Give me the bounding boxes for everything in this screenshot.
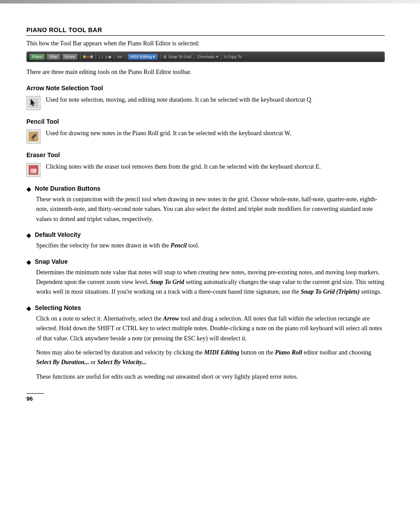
pencil-tool-icon [26,129,41,144]
toolbar-sep-6 [194,54,194,60]
page-number-area: 96 [26,393,44,402]
toolbar-sep-4 [125,54,125,60]
toolbar-64: 64 [118,55,122,59]
tool-row-pencil: Used for drawing new notes in the Piano … [26,129,385,144]
diamond-bullet-3: ◆ [26,258,31,266]
selecting-notes-p2: Notes may also be selected by duration a… [36,348,385,368]
bullet-note-duration: ◆ Note Duration Buttons These work in co… [26,185,385,224]
eraser-tool-icon [26,163,41,177]
bullet-heading-default-velocity: Default Velocity [35,231,81,238]
bullet-content-note-duration: These work in conjunction with the penci… [36,195,385,224]
toolbar-snap: ⊞ Snap To Grid [163,55,191,59]
bullet-content-default-velocity: Specifies the velocity for new notes dra… [36,241,385,251]
tool-heading-pencil: Pencil Tool [26,118,385,125]
svg-rect-9 [30,173,37,173]
toolbar-icon-2 [87,55,89,58]
arrow-tool-desc: Used for note selection, moving, and edi… [46,95,385,104]
bullet-heading-row-selecting-notes: ◆ Selecting Notes [26,304,385,312]
selecting-notes-p3: These functions are useful for edits suc… [36,372,385,382]
diamond-bullet-4: ◆ [26,305,31,312]
top-bar [0,0,420,4]
selecting-notes-paragraphs: Click on a note to select it. Alternativ… [36,314,385,382]
bullet-content-snap-value: Determines the minimum note value that n… [36,268,385,297]
eraser-icon-svg [29,165,38,175]
toolbar-sep-7 [221,54,221,60]
diamond-bullet-1: ◆ [26,185,31,193]
toolbar-sep-3 [114,54,115,60]
main-text: There are three main editing tools on th… [26,67,385,77]
arrow-icon-svg [29,98,38,108]
page-container: PIANO ROLL TOOL BAR This how the Tool Ba… [0,0,420,415]
toolbar-btn-score[interactable]: Score [62,54,78,60]
bullet-heading-selecting-notes: Selecting Notes [35,304,81,311]
selecting-notes-p1: Click on a note to select it. Alternativ… [36,314,385,343]
page-number: 96 [26,395,33,402]
diamond-bullet-2: ◆ [26,232,31,239]
toolbar-sep-5 [160,54,161,60]
bullet-selecting-notes: ◆ Selecting Notes Click on a note to sel… [26,304,385,382]
bullet-heading-row-snap-value: ◆ Snap Value [26,258,385,266]
eraser-tool-desc: Clicking notes with the eraser tool remo… [46,162,385,171]
bullet-default-velocity: ◆ Default Velocity Specifies the velocit… [26,231,385,251]
section-title: PIANO ROLL TOOL BAR [26,26,385,36]
toolbar-image: Piano Step Score ♩ ♪ ♬ ▶ 64 MIDI Editing… [26,52,385,62]
toolbar-chromatic: Chromatic ▾ [197,55,218,59]
tool-row-arrow: Used for note selection, moving, and edi… [26,95,385,110]
toolbar-copyto: ⎘ Copy To [224,55,242,59]
bullet-heading-note-duration: Note Duration Buttons [35,185,100,192]
toolbar-sep-1 [80,54,81,60]
toolbar-btn-step[interactable]: Step [47,54,60,60]
tool-heading-eraser: Eraser Tool [26,151,385,159]
toolbar-icon-3 [90,55,93,58]
toolbar-btn-midi[interactable]: MIDI Editing ▾ [128,54,158,60]
bullet-heading-snap-value: Snap Value [35,258,68,265]
pencil-tool-desc: Used for drawing new notes in the Piano … [46,129,385,138]
bullet-heading-row-note-duration: ◆ Note Duration Buttons [26,185,385,193]
bullet-heading-row-default-velocity: ◆ Default Velocity [26,231,385,239]
pencil-icon-svg [29,132,38,141]
arrow-tool-icon [26,96,41,110]
tool-heading-arrow: Arrow Note Selection Tool [26,85,385,92]
toolbar-icons [83,55,93,58]
toolbar-icon-1 [83,55,86,58]
tool-row-eraser: Clicking notes with the eraser tool remo… [26,162,385,177]
toolbar-note-icons: ♩ ♪ ♬ ▶ [99,55,112,59]
toolbar-sep-2 [96,54,96,60]
svg-rect-8 [30,169,33,173]
intro-text: This how the Tool Bar appears when the P… [26,40,385,47]
toolbar-btn-piano[interactable]: Piano [29,54,45,60]
bullet-snap-value: ◆ Snap Value Determines the minimum note… [26,258,385,297]
